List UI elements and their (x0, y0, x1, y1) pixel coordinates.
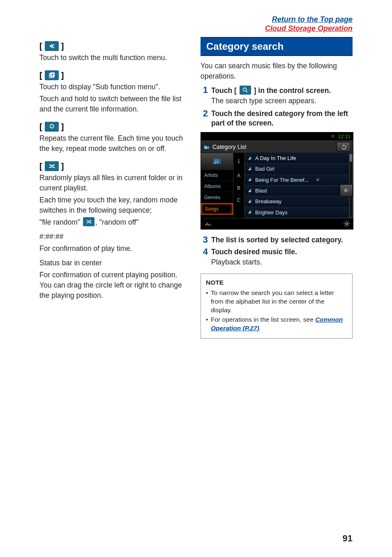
statusbar-desc: For confirmation of current playing posi… (39, 270, 187, 301)
multi-menu-desc: Touch to switch the multi function menu. (39, 53, 187, 63)
song-row[interactable]: Bad Girl (244, 164, 349, 174)
song-row[interactable]: Blast (244, 186, 349, 196)
category-column: Artists Albums Genres Songs (201, 153, 233, 218)
section-intro: You can search music files by the follow… (201, 61, 353, 81)
music-note-icon (248, 155, 253, 161)
back-button[interactable] (337, 142, 350, 152)
repeat-icon (45, 122, 59, 132)
repeat-desc: Repeats the current file. Each time you … (39, 133, 187, 154)
shot-main: Artists Albums Genres Songs 1 A B C A Da… (201, 153, 353, 218)
step-1-sub: The search type screen appears. (211, 96, 353, 106)
header-links: Return to the Top page Cloud Storage Ope… (39, 15, 353, 33)
alpha-1[interactable]: 1 (238, 158, 240, 164)
svg-point-2 (243, 88, 246, 91)
folder-icon (203, 144, 210, 150)
scroll-indicator-icon (315, 177, 320, 182)
song-row[interactable]: Being For The Benef... (244, 175, 349, 186)
step-3: 3 The list is sorted by selected categor… (201, 235, 353, 245)
sub-menu-desc2: Touch and hold to switch between the fil… (39, 94, 187, 114)
step-4-sub: Playback starts. (211, 258, 353, 267)
song-row[interactable]: Breakaway (244, 196, 349, 207)
shot-title: Category List (212, 144, 246, 150)
svg-point-3 (332, 137, 333, 138)
playtime-desc: For confirmation of play time. (39, 244, 187, 254)
note-item: For operations in the list screen, see C… (206, 315, 347, 332)
songs-column: A Day In The Life Bad Girl Being For The… (244, 153, 349, 218)
shot-clock: 12:11 (338, 134, 350, 139)
playtime-label: #:##:## (39, 232, 187, 242)
section-link[interactable]: Cloud Storage Operation (265, 24, 353, 32)
step-number: 2 (201, 109, 208, 128)
nowplaying-icon[interactable] (203, 220, 212, 227)
step-1: 1 Touch [ ] in the control screen. (201, 86, 353, 95)
repeat-key: [ ] (39, 122, 64, 132)
random-seq: "file random" , "random off" (39, 217, 187, 227)
step-2: 2 Touch the desired category from the le… (201, 109, 353, 128)
statusbar-label: Status bar in center (39, 258, 187, 268)
screenshot: 12:11 Category List Artists (201, 132, 353, 230)
random-key: [ ] (39, 161, 64, 171)
step-number: 1 (201, 86, 208, 95)
left-column: [ ] Touch to switch the multi function m… (39, 37, 187, 339)
gear-icon[interactable] (343, 220, 350, 227)
cat-songs[interactable]: Songs (201, 203, 233, 215)
shot-status-bar: 12:11 (201, 132, 353, 141)
note-item: To narrow the search you can select a le… (206, 288, 347, 314)
cat-genres[interactable]: Genres (201, 192, 233, 203)
sub-menu-icon (45, 70, 59, 80)
music-note-icon (248, 177, 253, 183)
return-top-link[interactable]: Return to the Top page (272, 15, 353, 23)
random-icon (45, 161, 59, 171)
song-row[interactable]: Brighter Days (244, 207, 349, 218)
alpha-a[interactable]: A (237, 173, 240, 179)
shot-titlebar: Category List (201, 141, 353, 153)
side-handle[interactable] (340, 184, 353, 197)
cat-artists[interactable]: Artists (201, 170, 233, 181)
multi-menu-icon (45, 41, 59, 51)
alpha-column: 1 A B C (233, 153, 244, 218)
cat-albums[interactable]: Albums (201, 181, 233, 192)
music-note-icon (248, 166, 253, 172)
sub-menu-desc1: Touch to display "Sub function menu". (39, 82, 187, 92)
section-header: Category search (201, 37, 353, 56)
music-note-icon (248, 199, 253, 204)
step-number: 3 (201, 235, 208, 245)
note-title: NOTE (206, 278, 347, 287)
alpha-b[interactable]: B (237, 185, 240, 191)
svg-point-7 (346, 223, 348, 225)
alpha-c[interactable]: C (237, 197, 241, 203)
right-column: Category search You can search music fil… (201, 37, 353, 339)
random-desc1: Randomly plays all files in current fold… (39, 173, 187, 193)
multi-menu-key: [ ] (39, 41, 64, 51)
music-note-icon (248, 188, 253, 194)
page-number: 91 (343, 533, 353, 544)
wifi-icon (330, 134, 336, 139)
sub-menu-key: [ ] (39, 70, 64, 80)
page: Return to the Top page Cloud Storage Ope… (0, 0, 392, 557)
random-desc2: Each time you touch the key, random mode… (39, 195, 187, 216)
note-box: NOTE To narrow the search you can select… (201, 274, 353, 339)
step-4: 4 Touch desired music file. (201, 247, 353, 257)
random-inline-icon (83, 217, 95, 226)
song-row[interactable]: A Day In The Life (244, 153, 349, 164)
album-art-thumb (201, 153, 233, 170)
shot-footer (201, 218, 353, 229)
music-note-icon (248, 209, 253, 215)
search-icon (240, 86, 251, 95)
step-number: 4 (201, 247, 208, 257)
